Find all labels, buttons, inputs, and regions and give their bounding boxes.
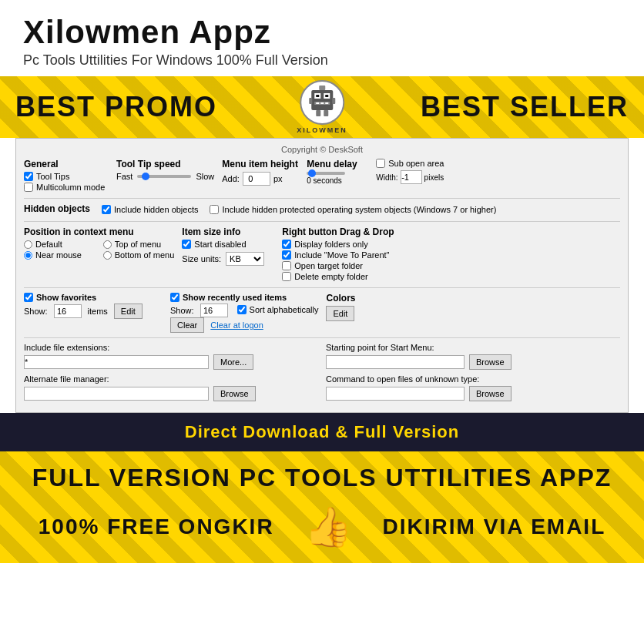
file-ext-group: Include file extensions: More...	[24, 343, 318, 370]
menu-height-control: Add: px	[222, 172, 299, 186]
fast-label: Fast	[116, 172, 132, 181]
default-radio-row: Default	[24, 240, 96, 249]
file-ext-input[interactable]	[24, 355, 209, 369]
favorites-edit-button[interactable]: Edit	[114, 304, 143, 319]
free-ongkir-text: 100% FREE ONGKIR	[39, 515, 274, 539]
browse3-button[interactable]: Browse	[469, 386, 512, 401]
hidden-objects-row: Hidden objects Include hidden objects In…	[24, 203, 620, 216]
tool-tips-label: Tool Tips	[36, 172, 69, 181]
top-section: Xilowmen Appz Pc Tools Uttilities For Wi…	[0, 0, 644, 76]
items-label: items	[88, 307, 108, 316]
colors-title: Colors	[326, 293, 387, 304]
size-units-row: Size units: KB MB Bytes	[182, 252, 274, 266]
command-unknown-input[interactable]	[326, 387, 465, 401]
bottom-menu-radio-row: Bottom of menu	[103, 250, 175, 260]
alt-file-manager-label: Alternate file manager:	[24, 374, 318, 384]
more-button[interactable]: More...	[213, 354, 253, 370]
open-target-label: Open target folder	[294, 261, 363, 270]
open-target-checkbox[interactable]	[282, 261, 291, 270]
tooltip-slider-thumb[interactable]	[142, 173, 149, 180]
bottom-row1-text: FULL VERSION PC TOOLS UTTILITIES APPZ	[32, 464, 612, 492]
include-hidden-protected-label: Include hidden protected operating syste…	[222, 205, 496, 214]
promo-banner: BEST PROMO XILOWMEN	[0, 76, 644, 138]
clear-logon-link[interactable]: Clear at logon	[210, 320, 263, 330]
clear-button[interactable]: Clear	[170, 317, 204, 333]
starting-point-input[interactable]	[326, 355, 465, 369]
show-recently-checkbox[interactable]	[170, 293, 179, 302]
divider2	[24, 221, 620, 222]
download-banner: Direct Download & Full Version	[0, 413, 644, 451]
tooltip-slider-track	[137, 175, 191, 178]
near-mouse-radio[interactable]	[24, 251, 32, 260]
position-title: Position in context menu	[24, 226, 174, 237]
near-mouse-label: Near mouse	[35, 250, 82, 260]
alt-file-manager-input[interactable]	[24, 387, 209, 401]
svg-rect-7	[316, 102, 319, 104]
browse2-button[interactable]: Browse	[213, 386, 256, 401]
starting-point-input-row: Browse	[326, 354, 620, 370]
browse-button[interactable]: Browse	[469, 354, 512, 370]
include-hidden-checkbox[interactable]	[102, 205, 111, 214]
download-text: Direct Download & Full Version	[185, 422, 459, 441]
tooltip-speed-control: Fast Slow	[116, 172, 214, 181]
bottom-menu-radio[interactable]	[103, 251, 112, 260]
promo-text-right: BEST SELLER	[421, 91, 629, 123]
tooltip-speed-group: Tool Tip speed Fast Slow	[116, 159, 214, 181]
menu-delay-slider	[307, 172, 345, 175]
svg-rect-14	[324, 110, 328, 116]
starting-point-group: Starting point for Start Menu: Browse	[326, 343, 620, 370]
divider1	[24, 198, 620, 199]
display-folders-label: Display folders only	[294, 240, 367, 249]
multicolumn-check-row: Multicolumn mode	[24, 183, 109, 192]
show-recently-label: Show:	[170, 306, 194, 315]
position-radio-grid: Default Top of menu Near mouse Bottom of…	[24, 240, 174, 260]
settings-row6: Alternate file manager: Browse Command t…	[24, 374, 620, 401]
sort-alpha-checkbox[interactable]	[237, 305, 247, 314]
size-units-select[interactable]: KB MB Bytes	[226, 252, 264, 266]
svg-rect-4	[316, 95, 319, 97]
delete-empty-label: Delete empty folder	[294, 272, 367, 281]
svg-rect-8	[320, 102, 324, 104]
svg-rect-12	[332, 98, 335, 104]
multicolumn-checkbox[interactable]	[24, 183, 33, 192]
file-ext-label: Include file extensions:	[24, 343, 318, 352]
menu-height-input[interactable]	[243, 172, 270, 186]
start-disabled-checkbox[interactable]	[182, 240, 191, 249]
show-favorites-label: Show favorites	[36, 293, 96, 302]
delete-empty-checkbox[interactable]	[282, 272, 291, 281]
favorites-count-input[interactable]	[54, 304, 82, 318]
display-folders-row: Display folders only	[282, 240, 405, 249]
default-radio[interactable]	[24, 240, 32, 249]
top-menu-radio[interactable]	[103, 240, 112, 249]
menu-height-group: Menu item height Add: px	[222, 159, 299, 186]
show-favorites-checkbox[interactable]	[24, 293, 33, 302]
include-hidden-row: Include hidden objects	[102, 205, 198, 214]
show-label: Show:	[24, 307, 48, 316]
settings-panel: Copyright © DeskSoft General Tool Tips M…	[15, 138, 629, 413]
alt-file-manager-input-row: Browse	[24, 386, 318, 401]
sub-open-check-row: Sub open area	[376, 159, 444, 168]
divider3	[24, 287, 620, 288]
bottom-menu-label: Bottom of menu	[115, 250, 175, 260]
colors-edit-button[interactable]: Edit	[326, 306, 354, 321]
delete-empty-row: Delete empty folder	[282, 272, 405, 281]
sort-alpha-row: Sort alphabetically	[237, 305, 319, 314]
include-hidden-label: Include hidden objects	[114, 205, 198, 214]
settings-row5: Include file extensions: More... Startin…	[24, 343, 620, 370]
sub-open-checkbox[interactable]	[376, 159, 385, 168]
clear-row: Clear Clear at logon	[170, 317, 318, 333]
recently-count-input[interactable]	[200, 304, 228, 317]
tool-tips-checkbox[interactable]	[24, 172, 33, 181]
include-move-row: Include "Move To Parent"	[282, 250, 405, 260]
include-move-checkbox[interactable]	[282, 250, 291, 260]
display-folders-checkbox[interactable]	[282, 240, 291, 249]
logo-icon	[299, 79, 345, 126]
favorites-count-row: Show: items Edit	[24, 304, 163, 319]
colors-group: Colors Edit	[326, 293, 387, 321]
promo-text-left: BEST PROMO	[15, 91, 217, 123]
show-favorites-group: Show favorites Show: items Edit	[24, 293, 163, 319]
add-label: Add:	[222, 174, 240, 183]
include-hidden-protected-checkbox[interactable]	[210, 205, 219, 214]
width-input[interactable]	[401, 170, 422, 184]
item-size-title: Item size info	[182, 226, 274, 237]
